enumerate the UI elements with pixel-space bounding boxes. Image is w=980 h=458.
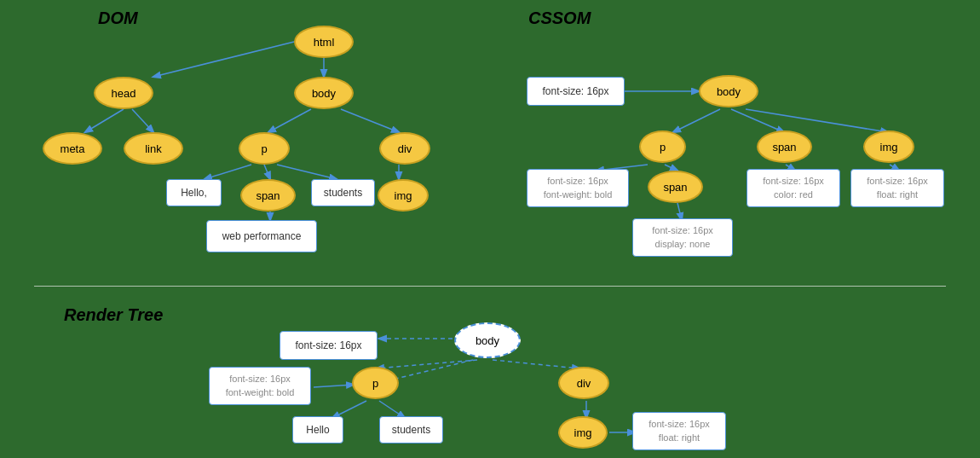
cssom-font16-box: font-size: 16px [527,77,625,106]
divider [34,286,946,287]
dom-students-box: students [311,179,375,206]
cssom-p-box: font-size: 16pxfont-weight: bold [527,169,629,207]
svg-line-23 [314,385,354,387]
cssom-span-none-box: font-size: 16pxdisplay: none [632,218,733,257]
rt-img-node: img [558,416,608,449]
dom-img-node: img [378,179,429,212]
rt-font16-box: font-size: 16px [280,331,378,360]
rt-p-node: p [352,367,399,399]
svg-line-19 [677,203,682,220]
rt-body-node: body [454,322,521,358]
cssom-span2-node: span [648,171,703,203]
cssom-img-box: font-size: 16pxfloat: right [850,169,944,207]
svg-line-6 [205,165,251,179]
svg-line-0 [153,42,294,77]
dom-div-node: div [379,132,430,165]
diagram-container: DOM CSSOM Render Tree [0,0,980,458]
dom-web-performance-box: web performance [206,220,317,252]
dom-p-node: p [239,132,290,165]
cssom-span-box: font-size: 16pxcolor: red [747,169,840,207]
cssom-body-node: body [699,75,758,107]
dom-meta-node: meta [43,132,102,165]
svg-line-16 [665,165,677,171]
dom-html-node: html [294,26,354,58]
svg-line-3 [132,109,153,132]
svg-line-13 [731,109,784,132]
rt-img-box: font-size: 16pxfloat: right [632,412,726,450]
svg-line-2 [85,109,124,132]
cssom-img-node: img [863,130,914,163]
cssom-span-node: span [757,130,812,163]
svg-line-26 [379,401,405,418]
rt-students-box: students [379,416,443,444]
rt-hello-box: Hello [292,416,343,444]
dom-head-node: head [94,77,153,109]
svg-line-14 [746,109,888,132]
svg-line-24 [493,360,579,368]
rt-div-node: div [558,367,609,399]
svg-line-12 [673,109,720,132]
render-tree-title: Render Tree [64,305,163,325]
dom-hello-box: Hello, [166,179,222,206]
svg-line-8 [277,165,337,179]
dom-span-node: span [240,179,296,212]
svg-line-4 [268,109,311,132]
svg-line-25 [332,401,366,418]
cssom-p-node: p [639,130,686,163]
dom-body-node: body [294,77,354,109]
rt-p-box: font-size: 16pxfont-weight: bold [209,367,311,405]
cssom-title: CSSOM [528,9,591,28]
connector-lines [0,0,980,458]
svg-line-5 [341,109,399,132]
dom-title: DOM [98,9,138,28]
svg-line-7 [264,165,270,179]
dom-link-node: link [124,132,183,165]
svg-line-22 [377,360,477,368]
